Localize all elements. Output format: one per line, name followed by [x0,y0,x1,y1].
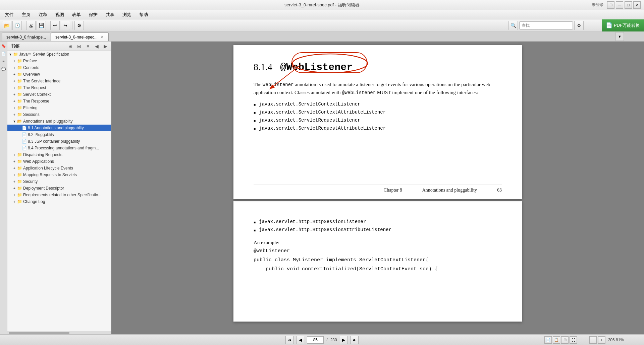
tree-item-overview[interactable]: + 📁 Overview [7,71,111,78]
view-single-btn[interactable]: 📄 [544,336,552,344]
expand-icon-preface: + [12,59,17,63]
pdf-convert-button[interactable]: 📄 PDF万能转换 [602,19,644,31]
tree-label-preface: Preface [23,59,37,63]
page-number-input[interactable] [307,336,324,344]
tree-item-servlet-context[interactable]: + 📁 Servlet Context [7,91,111,98]
nav-first-btn[interactable]: ⏮ [285,336,293,344]
sidebar-close-btn[interactable]: ◀ [93,43,100,50]
nav-last-btn[interactable]: ⏭ [351,336,359,344]
tree-item-8-4[interactable]: 📄 8.4 Processing annotations and fragm..… [7,145,111,151]
sidebar-scrollbar[interactable] [7,331,111,334]
layers-icon[interactable]: ≡ [0,58,7,65]
page-icon[interactable]: 📄 [0,50,7,57]
folder-icon-mapping: 📁 [17,172,22,178]
login-area[interactable]: 未登录 [592,2,604,8]
menu-browse[interactable]: 浏览 [119,10,135,19]
menu-form[interactable]: 表单 [68,10,85,19]
search-settings-btn[interactable]: ⚙ [574,21,584,30]
sidebar-more-btn[interactable]: ≡ [84,43,92,50]
sidebar-expand-btn[interactable]: ⊞ [67,43,74,50]
bookmark-icon[interactable]: 🔖 [0,42,7,50]
folder-icon-deployment: 📁 [17,186,22,191]
expand-icon-security: + [12,179,17,184]
tree-item-webapps[interactable]: + 📁 Web Applications [7,158,111,165]
bullet-code-4: javax.servlet.ServletRequestAttributeLis… [259,126,386,131]
tab-2[interactable]: servlet-3_0-mrel-spec... ✕ [51,32,109,41]
zoom-level: 206.81% [608,338,624,342]
search-input[interactable] [519,21,573,29]
tree-item-servlet-interface[interactable]: + 📁 The Servlet Interface [7,78,111,84]
menu-share[interactable]: 共享 [102,10,118,19]
menu-file[interactable]: 文件 [1,10,17,19]
view-thumb-btn[interactable]: ⊞ [561,336,569,344]
tree-item-contents[interactable]: + 📁 Contents [7,64,111,71]
tree-item-lifecycle[interactable]: + 📁 Application Lifecycle Events [7,165,111,171]
tb-open-btn[interactable]: 📂 [2,21,11,30]
tb-undo-btn[interactable]: ↩ [50,21,60,30]
tree-item-8-1[interactable]: 📄 8.1 Annotations and pluggablity [7,125,111,131]
menu-protect[interactable]: 保护 [85,10,101,19]
tree-item-annotations[interactable]: ▼ 📂 Annotations and pluggablity [7,118,111,125]
close-btn[interactable]: ✕ [633,1,641,9]
zoom-in-btn[interactable]: + [598,336,605,344]
folder-icon-servlet-context: 📁 [17,92,22,97]
nav-next-btn[interactable]: ▶ [340,336,348,344]
comment-icon[interactable]: 💬 [0,65,7,73]
menu-help[interactable]: 帮助 [136,10,152,19]
maximize-btn[interactable]: □ [625,1,632,9]
tree-label-root: Java™ Servlet Specification [19,52,69,57]
expand-icon-requirements: + [12,193,17,197]
pdf-viewer[interactable]: 8.1.4 @WebListener The WebListener annot… [111,42,644,334]
tb-settings-btn[interactable]: ⚙ [74,21,84,30]
tb-recent-btn[interactable]: 🕐 [12,21,22,30]
tree-item-response[interactable]: + 📁 The Response [7,98,111,105]
grid-btn[interactable]: ⊞ [607,1,614,9]
tb-redo-btn[interactable]: ↪ [61,21,70,30]
code-line-3: public void contextInitialized(ServletCo… [254,266,502,272]
login-text: 未登录 [592,2,604,7]
tree-item-8-3[interactable]: 📄 8.3 JSP container pluggablity [7,138,111,145]
sidebar: 书签 ⊞ ⊟ ≡ ◀ ▶ ▼ 📁 Java™ Servlet Specifica… [7,42,111,334]
tab-dropdown-btn[interactable]: ▼ [615,32,624,41]
footer-chapter-name: Annotations and pluggability [422,188,477,193]
tab-2-close[interactable]: ✕ [100,35,104,40]
page-footer: Chapter 8 Annotations and pluggability 6… [254,185,502,193]
minimize-btn[interactable]: ─ [616,1,623,9]
zoom-out-btn[interactable]: − [589,336,597,344]
search-icon: 🔍 [508,21,518,30]
tree-item-deployment[interactable]: + 📁 Deployment Descriptor [7,185,111,192]
footer-chapter-info: Chapter 8 Annotations and pluggability 6… [384,188,502,193]
title-bar: servlet-3_0-mrel-spec.pdf - 福昕阅读器 未登录 ⊞ … [0,0,644,10]
tree-item-root[interactable]: ▼ 📁 Java™ Servlet Specification [7,51,111,58]
menu-view[interactable]: 视图 [52,10,68,19]
search-area: 🔍 ⚙ [508,21,584,30]
tree-item-filtering[interactable]: + 📁 Filtering [7,105,111,111]
sidebar-pin-btn[interactable]: ▶ [102,43,109,50]
tab-1[interactable]: servlet-3_0 final-spe... [2,32,50,41]
folder-icon-changelog: 📁 [17,199,22,204]
folder-icon-annotations: 📂 [17,119,22,124]
tree-label-8-4: 8.4 Processing annotations and fragm... [28,146,99,150]
tree-item-security[interactable]: + 📁 Security [7,178,111,185]
tree-item-preface[interactable]: + 📁 Preface [7,58,111,64]
view-fullscreen-btn[interactable]: ⛶ [570,336,577,344]
tree-label-security: Security [23,179,38,184]
tree-item-request[interactable]: + 📁 The Request [7,84,111,91]
svg-line-1 [270,65,301,88]
tree-item-dispatching[interactable]: + 📁 Dispatching Requests [7,151,111,158]
tree-item-mapping[interactable]: + 📁 Mapping Requests to Servlets [7,171,111,178]
menu-annotate[interactable]: 注释 [35,10,51,19]
tb-print-btn[interactable]: 🖨 [26,21,36,30]
menu-home[interactable]: 主页 [18,10,34,19]
tree-item-sessions[interactable]: + 📁 Sessions [7,111,111,118]
view-double-btn[interactable]: 📋 [553,336,560,344]
expand-icon-sessions: + [12,112,17,117]
tree-item-requirements[interactable]: + 📁 Requirements related to other Specif… [7,192,111,198]
tree-label-servlet-interface: The Servlet Interface [23,79,60,83]
sidebar-collapse-btn[interactable]: ⊟ [75,43,83,50]
nav-prev-btn[interactable]: ◀ [296,336,304,344]
tb-save-btn[interactable]: 💾 [37,21,46,30]
tree-item-changelog[interactable]: + 📁 Change Log [7,198,111,205]
bullet-item-2: javax.servlet.ServletContextAttributeLis… [254,110,502,115]
tree-item-8-2[interactable]: 📄 8.2 Pluggablity [7,131,111,138]
